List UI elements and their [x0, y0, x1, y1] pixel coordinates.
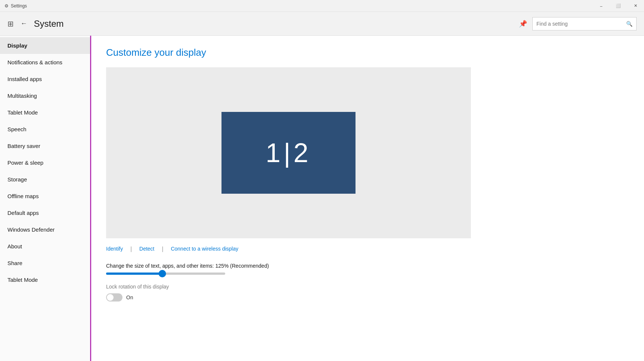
toggle-container: On [106, 293, 471, 302]
lock-rotation-label: Lock rotation of this display [106, 284, 471, 290]
content-title: Customize your display [106, 47, 629, 58]
main-body: DisplayNotifications & actionsInstalled … [0, 36, 644, 361]
sidebar-item-display[interactable]: Display [0, 37, 90, 54]
sidebar-item-power-sleep[interactable]: Power & sleep [0, 154, 90, 171]
display-actions: Identify | Detect | Connect to a wireles… [106, 246, 471, 252]
sidebar-item-share[interactable]: Share [0, 255, 90, 271]
header: ⊞ ← System 📌 🔍 [0, 12, 644, 36]
app-title: Settings [11, 3, 27, 9]
sidebar-item-windows-defender[interactable]: Windows Defender [0, 221, 90, 238]
app-icon: ⚙ [4, 3, 9, 9]
sidebar-item-about[interactable]: About [0, 238, 90, 255]
sidebar-item-tablet-mode-2[interactable]: Tablet Mode [0, 271, 90, 288]
sidebar-item-storage[interactable]: Storage [0, 171, 90, 188]
sidebar-item-offline-maps[interactable]: Offline maps [0, 188, 90, 204]
slider-thumb[interactable] [159, 270, 166, 277]
sidebar-item-tablet-mode[interactable]: Tablet Mode [0, 104, 90, 121]
search-icon: 🔍 [626, 21, 632, 27]
display-preview: 1|2 [106, 67, 471, 238]
sidebar-item-speech[interactable]: Speech [0, 121, 90, 138]
sidebar-item-installed-apps[interactable]: Installed apps [0, 71, 90, 87]
wireless-display-link[interactable]: Connect to a wireless display [171, 246, 238, 252]
size-setting-row: Change the size of text, apps, and other… [106, 263, 471, 275]
page-title: System [34, 19, 514, 29]
sidebar-item-multitasking[interactable]: Multitasking [0, 87, 90, 104]
sidebar-item-notifications[interactable]: Notifications & actions [0, 54, 90, 71]
sidebar-item-battery-saver[interactable]: Battery saver [0, 138, 90, 154]
search-box: 🔍 [532, 17, 637, 30]
slider-track[interactable] [106, 273, 225, 275]
detect-link[interactable]: Detect [139, 246, 154, 252]
toggle-knob [107, 294, 114, 301]
size-label: Change the size of text, apps, and other… [106, 263, 471, 269]
lock-rotation-row: Lock rotation of this display On [106, 284, 471, 302]
sidebar-item-default-apps[interactable]: Default apps [0, 204, 90, 221]
pin-icon[interactable]: 📌 [519, 20, 527, 28]
title-bar: ⚙ Settings – ⬜ ✕ [0, 0, 644, 12]
monitor-display: 1|2 [221, 112, 356, 194]
search-input[interactable] [536, 21, 626, 27]
slider-fill [106, 273, 162, 275]
windows-icon: ⊞ [7, 19, 14, 28]
slider-container [106, 273, 233, 275]
maximize-button[interactable]: ⬜ [610, 0, 627, 12]
identify-link[interactable]: Identify [106, 246, 123, 252]
sidebar: DisplayNotifications & actionsInstalled … [0, 36, 91, 361]
title-bar-left: ⚙ Settings [4, 3, 27, 9]
title-bar-controls: – ⬜ ✕ [593, 0, 644, 12]
minimize-button[interactable]: – [593, 0, 610, 12]
back-button[interactable]: ← [19, 18, 29, 29]
close-button[interactable]: ✕ [627, 0, 644, 12]
content-area: Customize your display 1|2 Identify | De… [91, 36, 644, 361]
toggle-value: On [126, 294, 133, 300]
app-shell: ⊞ ← System 📌 🔍 DisplayNotifications & ac… [0, 12, 644, 361]
separator-2: | [162, 246, 163, 252]
separator-1: | [130, 246, 132, 252]
lock-rotation-toggle[interactable] [106, 293, 122, 302]
